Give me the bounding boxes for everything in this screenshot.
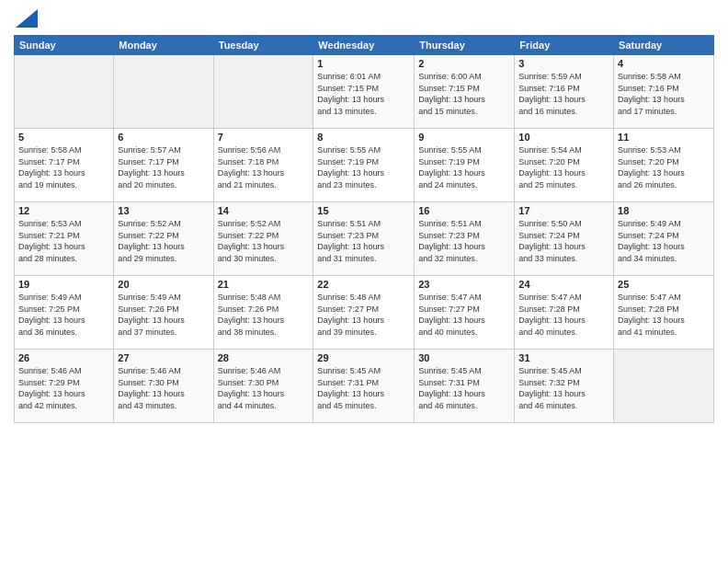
week-row-3: 12Sunrise: 5:53 AM Sunset: 7:21 PM Dayli… — [15, 202, 714, 276]
day-info: Sunrise: 5:52 AM Sunset: 7:22 PM Dayligh… — [218, 218, 310, 264]
day-number: 10 — [518, 132, 609, 143]
day-info: Sunrise: 5:58 AM Sunset: 7:16 PM Dayligh… — [618, 71, 710, 117]
day-cell: 2Sunrise: 6:00 AM Sunset: 7:15 PM Daylig… — [415, 55, 515, 129]
week-row-2: 5Sunrise: 5:58 AM Sunset: 7:17 PM Daylig… — [15, 129, 714, 202]
day-info: Sunrise: 5:48 AM Sunset: 7:27 PM Dayligh… — [317, 292, 410, 338]
day-cell: 6Sunrise: 5:57 AM Sunset: 7:17 PM Daylig… — [114, 129, 213, 202]
column-header-sunday: Sunday — [15, 36, 114, 55]
day-number: 8 — [317, 132, 410, 143]
calendar-body: 1Sunrise: 6:01 AM Sunset: 7:15 PM Daylig… — [15, 55, 714, 423]
day-number: 6 — [118, 132, 209, 143]
day-cell — [15, 55, 114, 129]
day-cell: 18Sunrise: 5:49 AM Sunset: 7:24 PM Dayli… — [614, 202, 714, 276]
week-row-4: 19Sunrise: 5:49 AM Sunset: 7:25 PM Dayli… — [15, 276, 714, 350]
day-number: 11 — [618, 132, 710, 143]
day-info: Sunrise: 6:00 AM Sunset: 7:15 PM Dayligh… — [418, 71, 510, 117]
day-number: 22 — [317, 279, 410, 290]
day-number: 23 — [418, 279, 510, 290]
day-info: Sunrise: 5:45 AM Sunset: 7:32 PM Dayligh… — [518, 365, 609, 411]
day-number: 26 — [18, 352, 109, 363]
header — [14, 9, 714, 28]
day-info: Sunrise: 5:45 AM Sunset: 7:31 PM Dayligh… — [317, 365, 410, 411]
day-cell: 25Sunrise: 5:47 AM Sunset: 7:28 PM Dayli… — [614, 276, 714, 350]
column-header-friday: Friday — [515, 36, 614, 55]
day-number: 12 — [18, 205, 109, 216]
day-cell: 11Sunrise: 5:53 AM Sunset: 7:20 PM Dayli… — [614, 129, 714, 202]
day-info: Sunrise: 5:59 AM Sunset: 7:16 PM Dayligh… — [518, 71, 609, 117]
day-cell — [114, 55, 213, 129]
day-cell: 13Sunrise: 5:52 AM Sunset: 7:22 PM Dayli… — [114, 202, 213, 276]
week-row-5: 26Sunrise: 5:46 AM Sunset: 7:29 PM Dayli… — [15, 350, 714, 423]
column-header-saturday: Saturday — [614, 36, 714, 55]
day-cell — [614, 350, 714, 423]
column-header-wednesday: Wednesday — [313, 36, 415, 55]
day-cell: 12Sunrise: 5:53 AM Sunset: 7:21 PM Dayli… — [15, 202, 114, 276]
day-number: 3 — [518, 58, 609, 69]
day-cell: 8Sunrise: 5:55 AM Sunset: 7:19 PM Daylig… — [313, 129, 415, 202]
day-cell: 4Sunrise: 5:58 AM Sunset: 7:16 PM Daylig… — [614, 55, 714, 129]
day-number: 27 — [118, 352, 209, 363]
day-info: Sunrise: 5:49 AM Sunset: 7:25 PM Dayligh… — [18, 292, 109, 338]
day-number: 15 — [317, 205, 410, 216]
day-number: 5 — [18, 132, 109, 143]
day-number: 2 — [418, 58, 510, 69]
day-cell: 14Sunrise: 5:52 AM Sunset: 7:22 PM Dayli… — [213, 202, 313, 276]
day-number: 7 — [218, 132, 310, 143]
day-info: Sunrise: 5:47 AM Sunset: 7:28 PM Dayligh… — [518, 292, 609, 338]
day-number: 13 — [118, 205, 209, 216]
day-info: Sunrise: 5:47 AM Sunset: 7:28 PM Dayligh… — [618, 292, 710, 338]
day-cell: 9Sunrise: 5:55 AM Sunset: 7:19 PM Daylig… — [415, 129, 515, 202]
day-number: 17 — [518, 205, 609, 216]
logo — [14, 9, 38, 28]
calendar-table: SundayMondayTuesdayWednesdayThursdayFrid… — [14, 35, 714, 423]
day-cell: 16Sunrise: 5:51 AM Sunset: 7:23 PM Dayli… — [415, 202, 515, 276]
day-cell: 15Sunrise: 5:51 AM Sunset: 7:23 PM Dayli… — [313, 202, 415, 276]
day-cell: 22Sunrise: 5:48 AM Sunset: 7:27 PM Dayli… — [313, 276, 415, 350]
day-number: 20 — [118, 279, 209, 290]
day-info: Sunrise: 5:52 AM Sunset: 7:22 PM Dayligh… — [118, 218, 209, 264]
day-info: Sunrise: 5:47 AM Sunset: 7:27 PM Dayligh… — [418, 292, 510, 338]
day-cell — [213, 55, 313, 129]
column-header-thursday: Thursday — [415, 36, 515, 55]
day-info: Sunrise: 5:56 AM Sunset: 7:18 PM Dayligh… — [218, 144, 310, 190]
day-cell: 1Sunrise: 6:01 AM Sunset: 7:15 PM Daylig… — [313, 55, 415, 129]
day-cell: 30Sunrise: 5:45 AM Sunset: 7:31 PM Dayli… — [415, 350, 515, 423]
day-number: 9 — [418, 132, 510, 143]
week-row-1: 1Sunrise: 6:01 AM Sunset: 7:15 PM Daylig… — [15, 55, 714, 129]
day-cell: 26Sunrise: 5:46 AM Sunset: 7:29 PM Dayli… — [15, 350, 114, 423]
day-cell: 20Sunrise: 5:49 AM Sunset: 7:26 PM Dayli… — [114, 276, 213, 350]
day-number: 16 — [418, 205, 510, 216]
day-info: Sunrise: 5:55 AM Sunset: 7:19 PM Dayligh… — [418, 144, 510, 190]
day-info: Sunrise: 5:53 AM Sunset: 7:21 PM Dayligh… — [18, 218, 109, 264]
day-info: Sunrise: 5:49 AM Sunset: 7:24 PM Dayligh… — [618, 218, 710, 264]
day-cell: 17Sunrise: 5:50 AM Sunset: 7:24 PM Dayli… — [515, 202, 614, 276]
calendar-page: SundayMondayTuesdayWednesdayThursdayFrid… — [0, 0, 728, 563]
day-cell: 27Sunrise: 5:46 AM Sunset: 7:30 PM Dayli… — [114, 350, 213, 423]
day-number: 30 — [418, 352, 510, 363]
day-info: Sunrise: 5:46 AM Sunset: 7:30 PM Dayligh… — [118, 365, 209, 411]
day-cell: 3Sunrise: 5:59 AM Sunset: 7:16 PM Daylig… — [515, 55, 614, 129]
day-number: 18 — [618, 205, 710, 216]
day-info: Sunrise: 5:48 AM Sunset: 7:26 PM Dayligh… — [218, 292, 310, 338]
day-cell: 24Sunrise: 5:47 AM Sunset: 7:28 PM Dayli… — [515, 276, 614, 350]
day-cell: 21Sunrise: 5:48 AM Sunset: 7:26 PM Dayli… — [213, 276, 313, 350]
header-row: SundayMondayTuesdayWednesdayThursdayFrid… — [15, 36, 714, 55]
day-cell: 29Sunrise: 5:45 AM Sunset: 7:31 PM Dayli… — [313, 350, 415, 423]
day-cell: 31Sunrise: 5:45 AM Sunset: 7:32 PM Dayli… — [515, 350, 614, 423]
day-number: 24 — [518, 279, 609, 290]
day-cell: 7Sunrise: 5:56 AM Sunset: 7:18 PM Daylig… — [213, 129, 313, 202]
day-cell: 28Sunrise: 5:46 AM Sunset: 7:30 PM Dayli… — [213, 350, 313, 423]
column-header-monday: Monday — [114, 36, 213, 55]
day-info: Sunrise: 5:46 AM Sunset: 7:29 PM Dayligh… — [18, 365, 109, 411]
day-info: Sunrise: 5:45 AM Sunset: 7:31 PM Dayligh… — [418, 365, 510, 411]
day-cell: 23Sunrise: 5:47 AM Sunset: 7:27 PM Dayli… — [415, 276, 515, 350]
day-number: 21 — [218, 279, 310, 290]
day-info: Sunrise: 5:55 AM Sunset: 7:19 PM Dayligh… — [317, 144, 410, 190]
day-number: 29 — [317, 352, 410, 363]
column-header-tuesday: Tuesday — [213, 36, 313, 55]
day-number: 28 — [218, 352, 310, 363]
day-info: Sunrise: 5:54 AM Sunset: 7:20 PM Dayligh… — [518, 144, 609, 190]
day-info: Sunrise: 5:57 AM Sunset: 7:17 PM Dayligh… — [118, 144, 209, 190]
day-number: 14 — [218, 205, 310, 216]
day-number: 19 — [18, 279, 109, 290]
